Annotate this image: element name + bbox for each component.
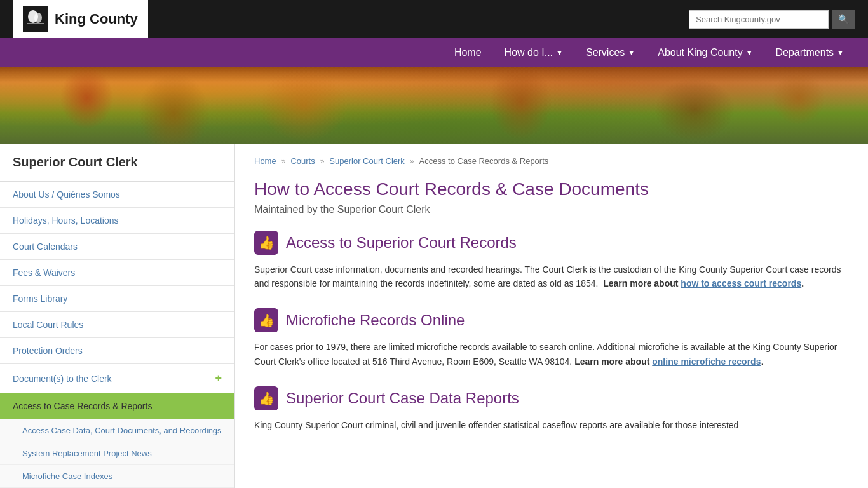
logo-text: King County: [55, 11, 138, 27]
sidebar-item-about[interactable]: About Us / Quiénes Somos: [0, 182, 234, 208]
section3-text: King County Superior Court criminal, civ…: [254, 418, 849, 432]
chevron-down-icon: ▼: [746, 49, 753, 57]
breadcrumb: Home » Courts » Superior Court Clerk » A…: [254, 156, 849, 166]
nav-services[interactable]: Services ▼: [574, 38, 646, 67]
breadcrumb-sep3: »: [410, 157, 414, 166]
sidebar-sub-access-data[interactable]: Access Case Data, Court Documents, and R…: [0, 419, 234, 442]
sidebar-title: Superior Court Clerk: [0, 144, 234, 182]
sidebar-item-calendars[interactable]: Court Calendars: [0, 234, 234, 260]
page-title: How to Access Court Records & Case Docum…: [254, 179, 849, 200]
microfiche-link[interactable]: online microfiche records: [652, 356, 761, 367]
content-area: Home » Courts » Superior Court Clerk » A…: [235, 144, 868, 488]
nav-about[interactable]: About King County ▼: [646, 38, 764, 67]
logo-area: King County: [13, 0, 148, 38]
hero-image: [0, 67, 868, 144]
chevron-down-icon: ▼: [556, 49, 563, 57]
nav-home[interactable]: Home: [443, 38, 493, 67]
search-area: 🔍: [689, 10, 855, 29]
breadcrumb-courts[interactable]: Courts: [290, 156, 315, 166]
breadcrumb-sep1: »: [281, 157, 286, 166]
sidebar-sub-items: Access Case Data, Court Documents, and R…: [0, 419, 234, 488]
section2-title: Microfiche Records Online: [286, 311, 465, 329]
sidebar-item-protection[interactable]: Protection Orders: [0, 338, 234, 364]
section1-icon: 👍: [254, 231, 278, 255]
nav-departments[interactable]: Departments ▼: [764, 38, 855, 67]
hero-trees: [0, 67, 868, 144]
search-input[interactable]: [689, 10, 829, 29]
breadcrumb-superior[interactable]: Superior Court Clerk: [329, 156, 405, 166]
sidebar-item-fees[interactable]: Fees & Waivers: [0, 260, 234, 286]
sidebar-item-access[interactable]: Access to Case Records & Reports: [0, 393, 234, 419]
search-button[interactable]: 🔍: [832, 10, 855, 29]
sidebar-sub-system-replacement[interactable]: System Replacement Project News: [0, 442, 234, 465]
chevron-down-icon: ▼: [628, 49, 635, 57]
nav-howdoi[interactable]: How do I... ▼: [493, 38, 574, 67]
main-container: Superior Court Clerk About Us / Quiénes …: [0, 144, 868, 488]
section3-header: 👍 Superior Court Case Data Reports: [254, 386, 849, 410]
svg-rect-3: [27, 23, 44, 24]
nav-bar: Home How do I... ▼ Services ▼ About King…: [0, 38, 868, 67]
section-superior-records: 👍 Access to Superior Court Records Super…: [254, 231, 849, 291]
sidebar: Superior Court Clerk About Us / Quiénes …: [0, 144, 235, 488]
page-subtitle: Maintained by the Superior Court Clerk: [254, 204, 849, 215]
breadcrumb-sep2: »: [320, 157, 325, 166]
section1-title: Access to Superior Court Records: [286, 234, 517, 252]
breadcrumb-home[interactable]: Home: [254, 156, 276, 166]
section2-header: 👍 Microfiche Records Online: [254, 308, 849, 332]
svg-point-2: [34, 13, 42, 23]
access-records-link[interactable]: how to access court records: [681, 278, 801, 288]
section-case-data: 👍 Superior Court Case Data Reports King …: [254, 386, 849, 432]
sidebar-item-holidays[interactable]: Holidays, Hours, Locations: [0, 208, 234, 234]
section1-header: 👍 Access to Superior Court Records: [254, 231, 849, 255]
breadcrumb-current: Access to Case Records & Reports: [419, 156, 549, 166]
section-microfiche: 👍 Microfiche Records Online For cases pr…: [254, 308, 849, 369]
chevron-down-icon: ▼: [837, 49, 844, 57]
logo-icon: [23, 6, 48, 32]
sidebar-item-rules[interactable]: Local Court Rules: [0, 312, 234, 338]
section3-title: Superior Court Case Data Reports: [286, 390, 519, 407]
section1-text: Superior Court case information, documen…: [254, 262, 849, 291]
section2-text: For cases prior to 1979, there are limit…: [254, 340, 849, 369]
section3-icon: 👍: [254, 386, 278, 410]
sidebar-item-forms[interactable]: Forms Library: [0, 286, 234, 312]
sidebar-item-documents[interactable]: Document(s) to the Clerk +: [0, 364, 234, 393]
sidebar-sub-microfiche[interactable]: Microfiche Case Indexes: [0, 465, 234, 488]
expand-icon: +: [215, 372, 222, 385]
top-header: King County 🔍: [0, 0, 868, 38]
section2-icon: 👍: [254, 308, 278, 332]
